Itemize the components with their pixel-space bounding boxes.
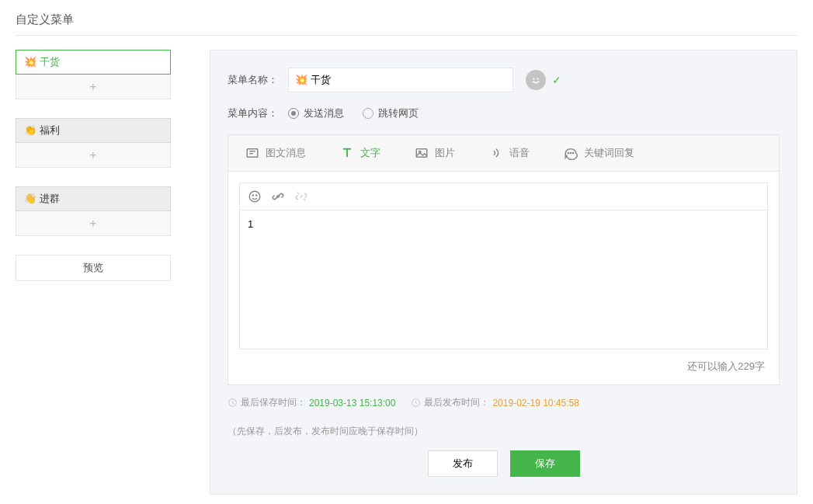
svg-point-0 [530,74,543,87]
editor-panel: 图文消息 文字 图片 语音 [228,134,780,385]
svg-point-10 [568,152,568,153]
menu-item-0[interactable]: 💥 干货 [16,50,171,75]
menu-emoji-1: 👏 [24,118,36,143]
radio-send-message[interactable]: 发送消息 [288,106,344,120]
svg-point-1 [533,78,534,79]
preview-button[interactable]: 预览 [16,255,171,281]
menu-item-2[interactable]: 👋 进群 [16,186,171,211]
smiley-icon [529,73,543,87]
check-icon: ✓ [552,74,561,86]
unlink-tool-icon[interactable] [294,189,308,203]
add-submenu-0[interactable]: + [16,75,171,99]
tab-text-label: 文字 [360,146,380,160]
sidebar: 💥 干货 + 👏 福利 + 👋 进群 + 预览 [16,50,171,495]
radio-send-label: 发送消息 [304,106,344,120]
tab-image[interactable]: 图片 [398,135,472,171]
tab-voice[interactable]: 语音 [472,135,547,171]
clock-icon [228,398,238,408]
menu-label-2: 进群 [40,186,60,211]
name-label: 菜单名称： [228,73,288,87]
svg-line-16 [297,193,299,194]
svg-point-11 [570,152,571,153]
emoji-picker-button[interactable] [526,70,546,90]
radio-jump-label: 跳转网页 [378,106,419,120]
svg-point-13 [249,191,260,202]
editor-toolbar [239,182,768,210]
svg-rect-8 [416,149,427,158]
image-icon [415,146,429,160]
link-tool-icon[interactable] [271,189,285,203]
char-count: 还可以输入229字 [239,352,768,374]
add-submenu-1[interactable]: + [16,143,171,168]
content-textarea[interactable] [239,210,768,349]
emoji-tool-icon[interactable] [248,189,262,203]
tab-news-label: 图文消息 [266,146,306,160]
tab-image-label: 图片 [435,146,455,160]
voice-icon [489,146,503,160]
main-panel: 菜单名称： ✓ 菜单内容： 发送消息 跳转网页 [210,50,797,495]
clock-icon [411,398,421,408]
svg-point-15 [256,195,257,196]
publish-time-value: 2019-02-19 10:45:58 [492,398,578,408]
text-icon [340,146,354,160]
tab-text[interactable]: 文字 [323,135,398,171]
svg-point-14 [252,195,253,196]
page-title: 自定义菜单 [16,8,797,36]
menu-emoji-0: 💥 [24,50,36,75]
svg-point-2 [537,78,539,79]
tab-voice-label: 语音 [509,146,530,160]
tab-keyword-label: 关键词回复 [584,146,634,160]
menu-name-input[interactable] [288,68,513,92]
menu-item-1[interactable]: 👏 福利 [16,118,171,143]
publish-time-label: 最后发布时间： [424,396,489,409]
time-hint: （先保存，后发布，发布时间应晚于保存时间） [228,425,423,438]
save-time-value: 2019-03-13 15:13:00 [309,398,395,408]
save-button[interactable]: 保存 [510,450,580,477]
menu-emoji-2: 👋 [24,186,36,211]
save-time-label: 最后保存时间： [241,396,306,409]
menu-label-1: 福利 [40,118,60,143]
menu-label-0: 干货 [40,50,60,75]
news-icon [245,146,259,160]
publish-button[interactable]: 发布 [428,450,498,477]
add-submenu-2[interactable]: + [16,211,171,236]
svg-point-12 [572,152,573,153]
content-label: 菜单内容： [228,106,288,120]
tab-keyword[interactable]: 关键词回复 [547,135,651,171]
svg-line-17 [304,199,305,200]
tab-news[interactable]: 图文消息 [228,135,323,171]
radio-jump-page[interactable]: 跳转网页 [363,106,419,120]
chat-icon [564,146,578,160]
